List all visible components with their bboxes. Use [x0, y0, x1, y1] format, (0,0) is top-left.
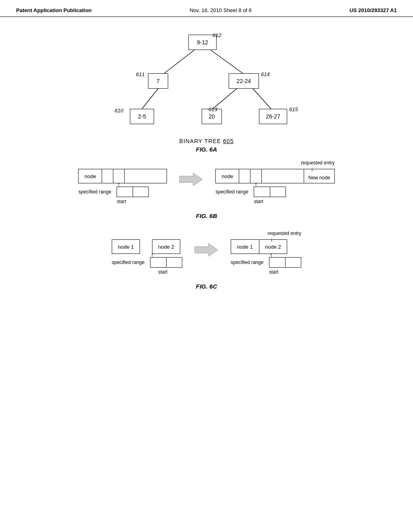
- fig6c-right-node1-box: node 1: [231, 239, 259, 254]
- fig6b-left-bar: node: [78, 169, 167, 183]
- fig6c-left-up-arrow: ↑: [150, 251, 154, 259]
- svg-marker-6: [194, 243, 218, 256]
- fig6b-label: FIG. 6B: [24, 212, 389, 219]
- page-content: 9-12 612 7 611 22-24 614 2-5 610: [0, 17, 413, 314]
- fig6b-left-cell3: [125, 169, 167, 183]
- fig6b-left: node specified range: [78, 169, 167, 204]
- fig6b-right-range-row: specified range ↑: [215, 187, 334, 197]
- fig6b-left-cells: [102, 169, 167, 183]
- new-node-text: New node: [308, 175, 330, 181]
- label-right-ref: 614: [261, 71, 270, 77]
- svg-marker-5: [179, 173, 202, 186]
- fig6b-left-range-bar: [117, 187, 149, 197]
- fig6c-left-node2-box: node 2: [152, 239, 180, 254]
- fig6b-right-bar: node: [215, 169, 304, 183]
- fig6c-left-node1-box: node 1: [112, 239, 140, 254]
- fig6c-row: node 1 node 2 specified range ↑ start: [24, 239, 389, 275]
- requested-entry-label: requested entry: [301, 160, 334, 166]
- fig6b-right-node-label: node: [216, 169, 239, 183]
- fig6b-left-cell1: [102, 169, 113, 183]
- label-rl-ref: 613: [209, 106, 217, 112]
- tree-container: 9-12 612 7 611 22-24 614 2-5 610: [106, 29, 307, 134]
- fig6b-right-start-label: start: [254, 199, 334, 204]
- fig6b-right-up-arrow: ↑: [254, 181, 257, 188]
- fat-arrow-6c-svg: [194, 243, 219, 257]
- fig6b-right-range-cell2: [270, 187, 286, 197]
- node-ll: 2-5: [130, 109, 154, 124]
- node-left: 7: [148, 73, 168, 89]
- fig6b-caption: FIG. 6B: [24, 212, 389, 219]
- fig6a-caption: BINARY TREE 605 FIG. 6A: [24, 138, 389, 153]
- fig6a-section: 9-12 612 7 611 22-24 614 2-5 610: [24, 29, 389, 153]
- label-ll-ref: 610: [115, 108, 123, 114]
- fig6c-right-bars: node 1 node 2: [231, 239, 301, 254]
- fig6c-left-start-label: start: [158, 269, 182, 275]
- page-header: Patent Application Publication Nov. 18, …: [0, 0, 413, 17]
- fig6c-section: node 1 node 2 specified range ↑ start: [24, 239, 389, 290]
- fig6a-label: FIG. 6A: [24, 146, 389, 153]
- fig6c-fat-arrow: [194, 243, 219, 257]
- fig6c-right-range-cell2: [285, 257, 301, 268]
- fig6b-right-cells: [239, 169, 304, 183]
- fig6b-left-range-row: specified range ↑: [78, 187, 167, 197]
- fig6b-left-range-cell2: [133, 187, 149, 197]
- fig6c-right-node2-box: node 2: [259, 239, 287, 254]
- fig6c-right-range-row: specified range ↑: [231, 257, 301, 268]
- label-left-ref: 611: [136, 71, 145, 77]
- fig6b-left-range-container: ↑: [117, 187, 149, 197]
- fig6c-label: FIG. 6C: [24, 283, 389, 290]
- fig6c-left-range-row: specified range ↑: [112, 257, 182, 268]
- svg-line-4: [253, 89, 271, 109]
- fig6c-right-start-label: start: [269, 269, 301, 275]
- fig6c-left-range-label: specified range: [112, 260, 150, 265]
- fig6c-left: node 1 node 2 specified range ↑ start: [112, 239, 182, 275]
- fig6c-left-range-cell2: [166, 257, 182, 268]
- requested-entry-arrow: ↓: [311, 166, 314, 172]
- fig6c-right-up-arrow: ↑: [269, 251, 273, 259]
- fat-arrow-svg: [179, 172, 203, 187]
- fig6b-left-start-label: start: [117, 199, 167, 204]
- fig6a-title: BINARY TREE 605: [24, 138, 389, 144]
- fig6b-right-range-bar: [254, 187, 286, 197]
- fig6c-right-range-bar: [269, 257, 301, 268]
- svg-line-2: [142, 89, 158, 109]
- svg-line-0: [164, 50, 194, 73]
- fig6b-right-range-container: ↑: [254, 187, 286, 197]
- fig6c-left-bars: node 1 node 2: [112, 239, 182, 254]
- fig6b-row: node specified range: [24, 169, 389, 204]
- fig6b-left-range-label: specified range: [78, 189, 117, 195]
- fig6b-right-cell1: [239, 169, 250, 183]
- fig6c-requested-entry-label: requested entry: [268, 231, 301, 236]
- node-right: 22-24: [229, 73, 259, 89]
- fig6c-right: requested entry ↓ node 1 node 2 specifie…: [231, 239, 301, 275]
- fig6a-diagram: 9-12 612 7 611 22-24 614 2-5 610: [24, 29, 389, 134]
- header-right: US 2010/293327 A1: [350, 7, 397, 13]
- fig6b-right-cell3: [262, 169, 304, 183]
- fig6b-left-up-arrow: ↑: [117, 181, 120, 188]
- fig6b-right-range-label: specified range: [215, 189, 254, 195]
- node-rr: 26-27: [259, 109, 287, 124]
- fig6c-left-range-bar: [150, 257, 182, 268]
- fig6b-right-bar-row: node New node: [215, 169, 334, 183]
- fig6b-right: requested entry ↓ node: [215, 169, 334, 204]
- header-center: Nov. 18, 2010 Sheet 8 of 8: [190, 7, 252, 13]
- fig6b-section: node specified range: [24, 169, 389, 219]
- label-rr-ref: 615: [289, 106, 298, 112]
- fig6c-entry-arrow: ↓: [270, 236, 273, 243]
- svg-line-1: [211, 50, 243, 73]
- fig6c-right-range-label: specified range: [231, 260, 269, 265]
- binary-tree-ref: 605: [223, 138, 234, 144]
- fig6b-fat-arrow: [179, 172, 203, 187]
- fig6c-left-range-container: ↑: [150, 257, 182, 268]
- fig6b-left-node-label: node: [79, 169, 102, 183]
- header-left: Patent Application Publication: [16, 7, 92, 13]
- label-root-ref: 612: [213, 32, 221, 38]
- fig6c-caption: FIG. 6C: [24, 283, 389, 290]
- svg-line-3: [213, 89, 237, 109]
- fig6c-right-range-container: ↑: [269, 257, 301, 268]
- fig6b-new-node-box: New node: [304, 169, 334, 183]
